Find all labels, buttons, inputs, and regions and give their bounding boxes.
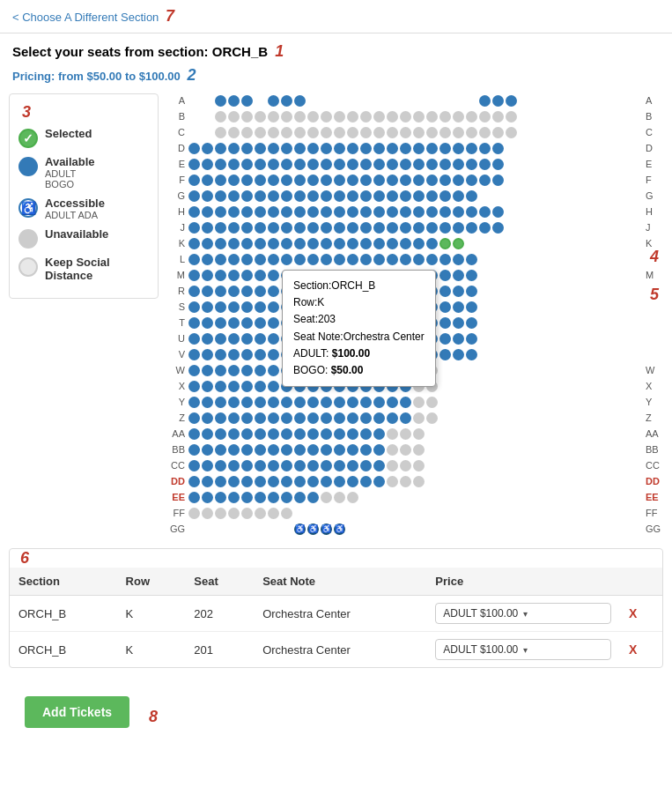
seat[interactable] [255, 365, 266, 376]
seat[interactable] [413, 238, 425, 249]
seat[interactable] [492, 159, 504, 170]
seat[interactable] [188, 508, 200, 519]
seat[interactable] [255, 349, 266, 360]
seat[interactable] [466, 206, 477, 218]
seat[interactable] [387, 412, 398, 424]
seat[interactable] [321, 127, 332, 138]
seat[interactable] [241, 508, 253, 519]
seat[interactable] [387, 127, 398, 138]
seat[interactable] [255, 412, 266, 424]
seat[interactable] [228, 270, 240, 281]
seat[interactable] [188, 428, 200, 440]
seat[interactable] [202, 206, 213, 218]
seat[interactable] [202, 365, 213, 376]
seat[interactable] [466, 286, 477, 297]
seat[interactable] [453, 270, 464, 281]
seat[interactable] [307, 412, 319, 424]
seat[interactable] [215, 206, 226, 218]
seat[interactable] [228, 254, 240, 265]
seat[interactable] [215, 365, 226, 376]
seat[interactable] [228, 174, 240, 186]
seat[interactable] [188, 333, 200, 345]
seat[interactable] [453, 333, 464, 345]
seat[interactable] [215, 333, 226, 345]
seat[interactable] [268, 365, 279, 376]
seat[interactable] [241, 365, 253, 376]
seat[interactable] [215, 127, 226, 138]
seat[interactable] [268, 254, 279, 265]
seat[interactable] [360, 143, 372, 154]
seat[interactable] [202, 412, 213, 424]
seat[interactable] [453, 143, 464, 154]
seat[interactable] [294, 95, 306, 107]
seat[interactable] [334, 190, 345, 202]
seat[interactable] [228, 143, 240, 154]
seat[interactable] [439, 111, 451, 123]
seat[interactable] [413, 412, 425, 424]
seat[interactable] [228, 301, 240, 313]
seat[interactable] [373, 428, 385, 440]
seat[interactable] [334, 254, 345, 265]
seat[interactable] [439, 270, 451, 281]
seat[interactable] [215, 159, 226, 170]
seat[interactable] [255, 254, 266, 265]
seat[interactable] [202, 174, 213, 186]
seat[interactable] [215, 111, 226, 123]
seat[interactable] [215, 238, 226, 249]
seat[interactable] [241, 476, 253, 487]
seat[interactable] [255, 159, 266, 170]
seat[interactable] [307, 444, 319, 456]
seat[interactable] [228, 492, 240, 503]
seat[interactable] [466, 174, 477, 186]
seat[interactable] [215, 174, 226, 186]
seat[interactable] [413, 444, 425, 456]
seat[interactable] [188, 206, 200, 218]
seat[interactable] [360, 206, 372, 218]
seat[interactable] [228, 190, 240, 202]
seat[interactable] [228, 508, 240, 519]
seat[interactable] [202, 333, 213, 345]
seat[interactable] [268, 127, 279, 138]
seat[interactable] [360, 222, 372, 234]
seat[interactable] [347, 412, 358, 424]
seat[interactable] [202, 143, 213, 154]
seat[interactable] [294, 460, 306, 471]
seat[interactable] [426, 190, 438, 202]
seat[interactable] [387, 397, 398, 408]
seat[interactable] [321, 143, 332, 154]
seat[interactable] [453, 222, 464, 234]
seat[interactable] [439, 190, 451, 202]
seat[interactable] [188, 492, 200, 503]
price-dropdown[interactable]: ADULT $100.00▾ [435, 639, 611, 660]
seat[interactable] [228, 286, 240, 297]
remove-seat-button[interactable]: X [629, 606, 637, 620]
seat[interactable] [439, 254, 451, 265]
seat[interactable] [255, 381, 266, 392]
seat[interactable] [506, 111, 517, 123]
seat[interactable] [202, 286, 213, 297]
seat[interactable] [268, 270, 279, 281]
seat[interactable] [241, 270, 253, 281]
seat[interactable] [321, 492, 332, 503]
seat[interactable] [400, 111, 411, 123]
seat[interactable] [241, 381, 253, 392]
seat[interactable] [188, 397, 200, 408]
seat[interactable] [307, 174, 319, 186]
seat[interactable] [241, 143, 253, 154]
seat[interactable] [321, 111, 332, 123]
seat[interactable] [241, 317, 253, 329]
seat[interactable] [347, 492, 358, 503]
seat[interactable] [241, 286, 253, 297]
seat[interactable] [215, 444, 226, 456]
seat[interactable] [215, 412, 226, 424]
seat[interactable]: ♿ [321, 523, 332, 535]
seat[interactable] [334, 206, 345, 218]
seat[interactable] [188, 365, 200, 376]
seat[interactable] [255, 190, 266, 202]
seat[interactable] [413, 428, 425, 440]
seat[interactable] [241, 412, 253, 424]
seat[interactable] [373, 206, 385, 218]
seat[interactable] [215, 95, 226, 107]
seat[interactable] [215, 286, 226, 297]
seat[interactable] [387, 444, 398, 456]
